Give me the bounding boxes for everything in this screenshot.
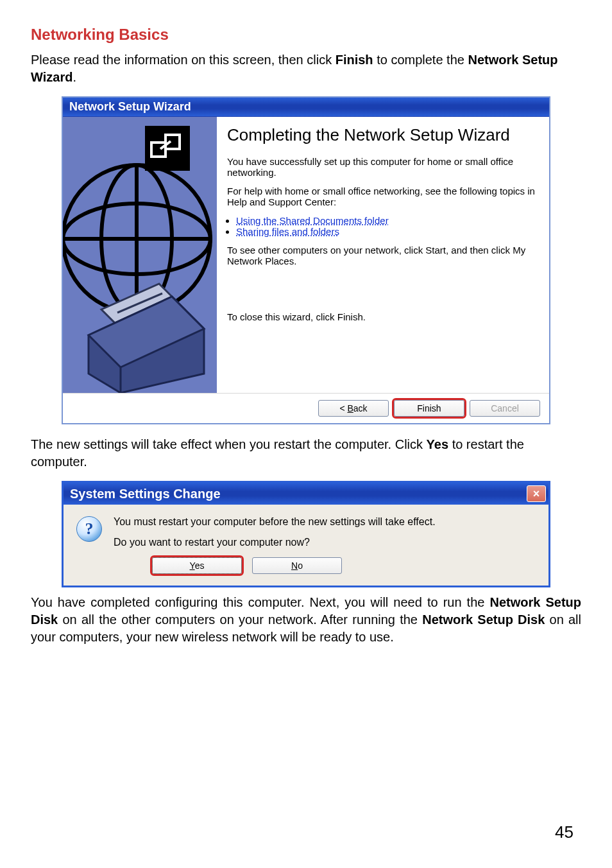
system-settings-dialog: System Settings Change × ? You must rest… xyxy=(62,481,550,587)
yes-button[interactable]: Yes xyxy=(152,557,242,574)
wizard-button-row: < Back Finish Cancel xyxy=(63,393,549,423)
dialog-message: You must restart your computer before th… xyxy=(114,516,436,574)
page-number: 45 xyxy=(555,822,574,842)
wizard-network-places-text: To see other computers on your network, … xyxy=(227,245,536,266)
finish-button[interactable]: Finish xyxy=(394,400,464,417)
close-button[interactable]: × xyxy=(527,485,546,502)
link-shared-documents[interactable]: Using the Shared Documents folder xyxy=(236,215,389,226)
dialog-titlebar: System Settings Change × xyxy=(64,483,548,505)
wizard-help-links: Using the Shared Documents folder Sharin… xyxy=(227,215,536,237)
wizard-titlebar: Network Setup Wizard xyxy=(63,98,549,117)
dialog-line-2: Do you want to restart your computer now… xyxy=(114,537,436,548)
page-title: Networking Basics xyxy=(31,26,581,44)
restart-instructions: The new settings will take effect when y… xyxy=(31,436,581,471)
wizard-heading: Completing the Network Setup Wizard xyxy=(227,126,536,144)
dialog-title: System Settings Change xyxy=(70,487,221,501)
network-setup-wizard-window: Network Setup Wizard xyxy=(62,96,550,424)
intro-text: Please read the information on this scre… xyxy=(31,51,581,86)
no-button[interactable]: No xyxy=(252,557,342,574)
dialog-line-1: You must restart your computer before th… xyxy=(114,516,436,528)
dialog-button-row: Yes No xyxy=(152,557,436,574)
wizard-help-intro: For help with home or small office netwo… xyxy=(227,186,536,207)
completion-text: You have completed configuring this comp… xyxy=(31,594,581,646)
network-globe-printer-icon xyxy=(63,117,217,393)
wizard-close-text: To close this wizard, click Finish. xyxy=(227,311,536,322)
wizard-success-text: You have successfully set up this comput… xyxy=(227,156,536,178)
wizard-graphic xyxy=(63,117,217,393)
back-button[interactable]: < Back xyxy=(318,400,389,417)
question-icon: ? xyxy=(76,516,102,542)
cancel-button: Cancel xyxy=(470,400,540,417)
link-sharing-files[interactable]: Sharing files and folders xyxy=(236,226,339,237)
